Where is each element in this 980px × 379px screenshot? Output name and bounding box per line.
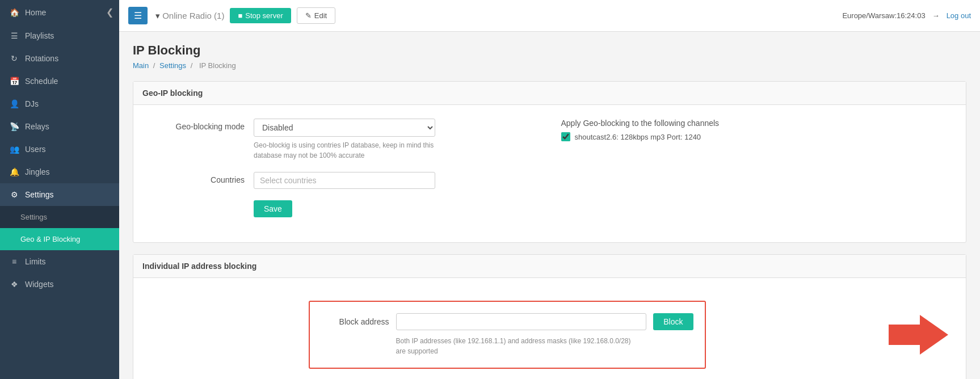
geo-mode-control: Disabled Whitelist Blacklist Geo-blockig… [254,119,435,161]
sidebar-item-label: Settings [25,190,54,199]
sidebar-item-label: Widgets [25,280,54,289]
rotations-icon: ↻ [9,54,19,63]
geo-mode-hint: Geo-blockig is using contries IP databas… [254,140,435,161]
channel-label: shoutcast2.6: 128kbps mp3 Port: 1240 [575,133,701,141]
sidebar: 🏠 Home ❮ ☰ Playlists ↻ Rotations 📅 Sched… [0,0,119,379]
edit-button[interactable]: ✎ Edit [297,7,335,24]
ip-hint: Both IP addresses (like 192.168.1.1) and… [396,336,693,356]
countries-row: Countries [142,172,539,189]
menu-button[interactable]: ☰ [128,7,148,24]
red-arrow-container [872,315,957,355]
logout-button[interactable]: Log out [947,11,971,20]
sidebar-item-label: Limits [25,257,46,266]
sidebar-item-label: Jingles [25,167,50,176]
sidebar-item-widgets[interactable]: ❖ Widgets [0,273,119,296]
topbar-right: Europe/Warsaw:16:24:03 → Log out [842,11,971,20]
sidebar-item-schedule[interactable]: 📅 Schedule [0,70,119,92]
home-icon: 🏠 [9,8,19,17]
channel-item: shoutcast2.6: 128kbps mp3 Port: 1240 [561,132,957,141]
apply-section: Apply Geo-blocking to the following chan… [539,119,957,141]
ip-block-panel: Individual IP address blocking Block add… [133,254,966,379]
sidebar-collapse-button[interactable]: ❮ [100,0,119,24]
topbar: ☰ ▾ Online Radio (1) ■ Stop server ✎ Edi… [119,0,980,32]
geo-ip-panel-body: Geo-blocking mode Disabled Whitelist Bla… [133,105,966,242]
geo-ip-panel-header: Geo-IP blocking [133,82,966,105]
sidebar-item-relays[interactable]: 📡 Relays [0,115,119,138]
edit-icon: ✎ [305,11,312,20]
djs-icon: 👤 [9,99,19,108]
settings-icon: ⚙ [9,190,19,199]
save-button[interactable]: Save [254,200,292,217]
sidebar-item-label: Users [25,145,46,154]
stop-server-button[interactable]: ■ Stop server [230,8,291,23]
ip-block-panel-header: Individual IP address blocking [133,255,966,278]
stop-icon: ■ [238,11,242,20]
sidebar-item-label: DJs [25,99,39,108]
geo-form-section: Geo-blocking mode Disabled Whitelist Bla… [142,119,957,229]
widgets-icon: ❖ [9,280,19,289]
channel-checkbox[interactable] [561,132,570,141]
breadcrumb-current: IP Blocking [199,61,236,70]
arrow-icon: → [932,11,940,20]
apply-title: Apply Geo-blocking to the following chan… [561,119,957,128]
sidebar-item-rotations[interactable]: ↻ Rotations [0,47,119,70]
sidebar-item-geo-ip-blocking[interactable]: Geo & IP Blocking [0,228,119,250]
save-row: Save [142,200,539,217]
countries-label: Countries [142,172,245,184]
ip-block-row: Block address Block [321,313,693,330]
sidebar-item-label: Home [25,8,46,17]
sidebar-item-settings-sub[interactable]: Settings [0,206,119,228]
sidebar-item-label: Rotations [25,54,58,63]
schedule-icon: 📅 [9,77,19,86]
geo-form-left: Geo-blocking mode Disabled Whitelist Bla… [142,119,539,229]
sidebar-item-limits[interactable]: ≡ Limits [0,250,119,273]
geo-mode-label: Geo-blocking mode [142,119,245,131]
sidebar-item-home[interactable]: 🏠 Home [0,1,55,24]
station-dropdown[interactable]: ▾ Online Radio (1) [155,11,224,21]
datetime-display: Europe/Warsaw:16:24:03 [842,11,925,20]
red-arrow [889,315,957,355]
sidebar-item-playlists[interactable]: ☰ Playlists [0,24,119,47]
sidebar-item-djs[interactable]: 👤 DJs [0,92,119,115]
breadcrumb-main[interactable]: Main [133,61,149,70]
sidebar-item-label: Playlists [25,31,54,40]
breadcrumb: Main / Settings / IP Blocking [133,61,966,70]
countries-control [254,172,435,189]
sidebar-settings-sub-label: Settings [20,213,47,221]
content-area: IP Blocking Main / Settings / IP Blockin… [119,32,980,379]
playlists-icon: ☰ [9,31,19,40]
geo-ip-panel: Geo-IP blocking Geo-blocking mode Disabl… [133,81,966,243]
ip-block-wrapper: Block address Block Both IP addresses (l… [142,292,957,378]
block-button[interactable]: Block [653,313,693,330]
geo-mode-row: Geo-blocking mode Disabled Whitelist Bla… [142,119,539,161]
sidebar-item-jingles[interactable]: 🔔 Jingles [0,161,119,183]
relays-icon: 📡 [9,122,19,131]
countries-input[interactable] [254,172,435,189]
sidebar-item-label: Schedule [25,77,58,86]
users-icon: 👥 [9,145,19,154]
ip-block-panel-body: Block address Block Both IP addresses (l… [133,278,966,379]
main-wrapper: ☰ ▾ Online Radio (1) ■ Stop server ✎ Edi… [119,0,980,379]
geo-mode-select[interactable]: Disabled Whitelist Blacklist [254,119,435,137]
page-title: IP Blocking [133,43,966,58]
ip-block-form-area: Block address Block Both IP addresses (l… [142,292,872,378]
sidebar-geo-ip-label: Geo & IP Blocking [20,235,80,243]
ip-block-inner: Block address Block Both IP addresses (l… [309,301,706,369]
block-address-input[interactable] [396,313,647,330]
jingles-icon: 🔔 [9,167,19,176]
block-address-label: Block address [321,317,389,326]
sidebar-item-label: Relays [25,122,49,131]
sidebar-item-settings[interactable]: ⚙ Settings [0,183,119,206]
limits-icon: ≡ [9,257,19,266]
breadcrumb-settings[interactable]: Settings [159,61,186,70]
sidebar-item-users[interactable]: 👥 Users [0,138,119,161]
